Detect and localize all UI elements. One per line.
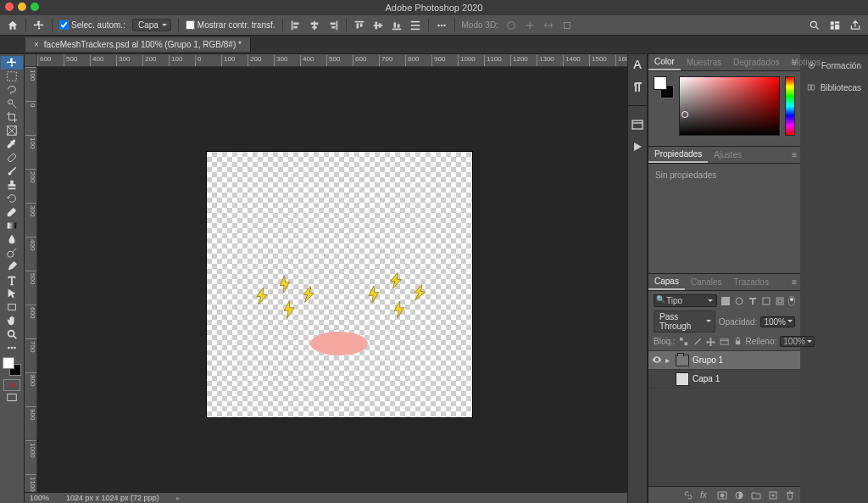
align-bottom-icon[interactable] — [391, 20, 403, 31]
ruler-horizontal[interactable]: 6005004003002001000100200300400500600700… — [37, 54, 627, 67]
color-field[interactable] — [679, 76, 780, 136]
align-hcenter-icon[interactable] — [309, 20, 320, 31]
layer-row[interactable]: ▸Grupo 1 — [648, 351, 800, 370]
edit-toolbar-icon[interactable] — [1, 341, 23, 355]
blur-tool[interactable] — [1, 232, 23, 246]
distribute-icon[interactable] — [409, 20, 421, 31]
tab-swatches[interactable]: Muestras — [681, 55, 727, 70]
tab-paths[interactable]: Trazados — [728, 275, 775, 289]
align-left-icon[interactable] — [290, 20, 302, 31]
window-zoom-button[interactable] — [31, 3, 39, 11]
crop-tool[interactable] — [1, 110, 23, 124]
brush-tool[interactable] — [1, 165, 23, 178]
character-panel-icon[interactable] — [631, 58, 644, 71]
filter-smart-icon[interactable] — [775, 296, 785, 306]
artboard[interactable] — [207, 152, 472, 417]
layer-name[interactable]: Grupo 1 — [693, 355, 723, 365]
color-picker-ring[interactable] — [682, 111, 688, 118]
visibility-toggle[interactable] — [652, 355, 662, 366]
panel-menu-icon[interactable]: ≡ — [792, 58, 797, 67]
filter-toggle-icon[interactable] — [788, 296, 795, 306]
eyedropper-tool[interactable] — [1, 137, 23, 151]
share-icon[interactable] — [849, 20, 861, 31]
filter-pixel-icon[interactable] — [721, 296, 731, 306]
filter-adjust-icon[interactable] — [734, 296, 744, 306]
path-select-tool[interactable] — [1, 287, 23, 300]
auto-select-kind-dropdown[interactable]: Capa — [132, 19, 171, 31]
history-brush-tool[interactable] — [1, 192, 23, 205]
gradient-tool[interactable] — [1, 219, 23, 232]
layer-list[interactable]: ▸Grupo 1Capa 1 — [648, 351, 800, 486]
tab-properties[interactable]: Propiedades — [648, 147, 708, 163]
frame-tool[interactable] — [1, 124, 23, 137]
pen-tool[interactable] — [1, 260, 23, 273]
lock-pixels-icon[interactable] — [693, 337, 702, 346]
stamp-tool[interactable] — [1, 178, 23, 192]
lock-all-icon[interactable] — [733, 337, 743, 346]
tab-color[interactable]: Color — [648, 54, 681, 70]
quick-select-tool[interactable] — [1, 97, 23, 110]
new-layer-icon[interactable] — [768, 490, 778, 500]
canvas-viewport[interactable] — [37, 67, 627, 492]
align-right-icon[interactable] — [327, 20, 339, 31]
ruler-vertical[interactable]: 100010020030040050060070080090010001100 — [25, 67, 37, 492]
zoom-tool[interactable] — [1, 327, 23, 341]
layer-mask-icon[interactable] — [717, 490, 727, 500]
document-tab[interactable]: × faceMeshTrackers.psd al 100% (Grupo 1,… — [25, 37, 251, 52]
hue-slider[interactable] — [785, 76, 795, 136]
healing-tool[interactable] — [1, 151, 23, 165]
move-tool[interactable] — [1, 56, 23, 70]
filter-type-icon[interactable] — [748, 296, 758, 306]
hand-tool[interactable] — [1, 314, 23, 327]
blend-mode-dropdown[interactable]: Pass Through — [654, 310, 715, 333]
canvas-area[interactable]: 6005004003002001000100200300400500600700… — [25, 54, 627, 503]
libraries-panel-button[interactable]: Bibliotecas — [800, 76, 868, 98]
more-align-icon[interactable] — [436, 20, 448, 31]
align-top-icon[interactable] — [353, 20, 365, 31]
close-tab-icon[interactable]: × — [34, 40, 39, 49]
search-icon[interactable] — [809, 20, 821, 31]
home-icon[interactable] — [7, 20, 19, 31]
tab-gradients[interactable]: Degradados — [727, 55, 785, 70]
fg-color-swatch[interactable] — [654, 76, 667, 90]
tab-channels[interactable]: Canales — [685, 275, 728, 289]
screen-mode-icon[interactable] — [1, 391, 23, 405]
adjustment-layer-icon[interactable] — [734, 490, 744, 500]
show-transform-checkbox[interactable]: Mostrar contr. transf. — [186, 20, 275, 30]
color-panel-swatches[interactable] — [654, 76, 674, 98]
marquee-tool[interactable] — [1, 70, 23, 83]
panel-menu-icon[interactable]: ≡ — [792, 150, 797, 159]
delete-layer-icon[interactable] — [785, 490, 795, 500]
actions-panel-icon[interactable] — [631, 140, 644, 154]
layer-name[interactable]: Capa 1 — [693, 374, 720, 383]
layer-filter-kind-dropdown[interactable]: Tipo — [654, 294, 717, 307]
workspace-icon[interactable] — [829, 20, 841, 31]
lock-transparency-icon[interactable] — [679, 337, 688, 346]
new-group-icon[interactable] — [751, 490, 761, 500]
eraser-tool[interactable] — [1, 205, 23, 219]
lock-position-icon[interactable] — [706, 337, 715, 346]
type-tool[interactable] — [1, 273, 23, 287]
auto-select-checkbox[interactable]: Selec. autom.: — [59, 20, 125, 30]
color-swatches[interactable] — [3, 357, 21, 376]
window-close-button[interactable] — [5, 3, 14, 11]
paragraph-panel-icon[interactable] — [631, 80, 644, 93]
tab-adjustments[interactable]: Ajustes — [708, 148, 748, 162]
quick-mask-toggle[interactable] — [3, 379, 20, 391]
filter-shape-icon[interactable] — [761, 296, 771, 306]
layer-fx-icon[interactable]: fx — [700, 490, 710, 500]
history-panel-icon[interactable] — [631, 118, 644, 131]
foreground-color-swatch[interactable] — [3, 357, 14, 369]
zoom-level[interactable]: 100% — [30, 494, 49, 502]
fill-field[interactable]: 100% — [780, 336, 815, 347]
align-vcenter-icon[interactable] — [372, 20, 384, 31]
lock-nesting-icon[interactable] — [720, 337, 729, 346]
window-minimize-button[interactable] — [18, 3, 26, 11]
dodge-tool[interactable] — [1, 246, 23, 260]
lasso-tool[interactable] — [1, 83, 23, 97]
ruler-origin[interactable] — [25, 54, 37, 67]
opacity-field[interactable]: 100% — [760, 316, 795, 327]
tab-layers[interactable]: Capas — [648, 274, 685, 290]
panel-menu-icon[interactable]: ≡ — [792, 277, 797, 287]
doc-info[interactable]: 1024 px x 1024 px (72 ppp) — [66, 494, 159, 502]
